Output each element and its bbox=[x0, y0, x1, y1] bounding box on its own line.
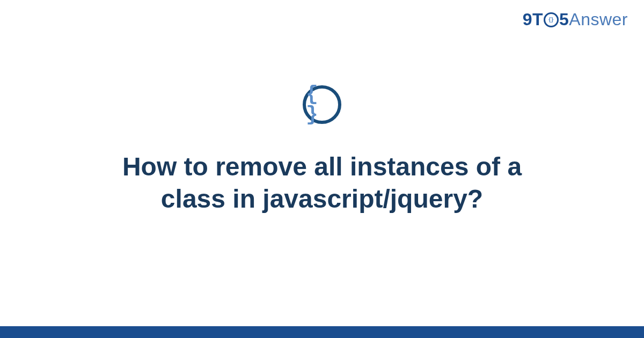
braces-icon: { } bbox=[306, 84, 338, 125]
footer-bar bbox=[0, 326, 644, 338]
category-code-icon: { } bbox=[303, 85, 341, 124]
main-content: { } How to remove all instances of a cla… bbox=[0, 0, 644, 338]
question-title: How to remove all instances of a class i… bbox=[75, 151, 569, 215]
